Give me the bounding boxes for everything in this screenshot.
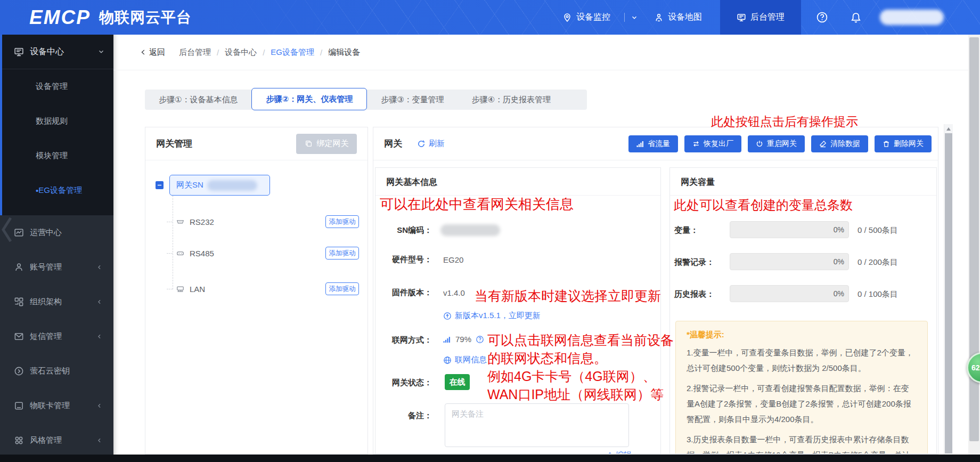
sidebar-item-style-management[interactable]: 风格管理 [0, 423, 113, 458]
bind-gateway-button[interactable]: 绑定网关 [296, 134, 357, 154]
sidebar-item-sms-management[interactable]: 短信管理 [0, 319, 113, 354]
firmware-update-link[interactable]: 新版本v1.5.1，立即更新 [443, 311, 541, 321]
nav-monitor-label: 设备监控 [576, 12, 610, 23]
edit-remark-link[interactable]: 编辑 [605, 450, 632, 454]
hw-label: 硬件型号： [378, 255, 432, 265]
scrollbar-thumb[interactable] [945, 133, 952, 453]
capacity-var-count: 0 / 500条目 [858, 225, 898, 236]
sidebar-item-device-center[interactable]: 设备中心 [2, 35, 113, 69]
nav-notifications[interactable] [850, 0, 862, 35]
nav-device-map[interactable]: 设备地图 [654, 0, 702, 35]
add-driver-button-rs232[interactable]: 添加驱动 [325, 215, 359, 228]
tab-step1-basic-info[interactable]: 步骤①：设备基本信息 [145, 90, 251, 110]
fw-value: v1.4.0 [443, 288, 465, 297]
bottom-window-edge [0, 455, 980, 462]
clear-data-button[interactable]: 清除数据 [811, 135, 868, 152]
brand-logo: EMCP 物联网云平台 [29, 0, 192, 35]
sn-value-redacted [440, 224, 500, 236]
chevron-left-icon [140, 49, 146, 55]
tree-root-gateway-sn[interactable]: 网关SN [169, 175, 270, 196]
gateway-tree-header: 网关管理 绑定网关 [145, 127, 368, 160]
breadcrumb-separator: / [217, 48, 219, 57]
capacity-report-label: 历史报表： [674, 289, 714, 299]
bell-icon [850, 12, 862, 23]
sidebar-item-module-management[interactable]: 模块管理 [2, 139, 113, 173]
refresh-label: 刷新 [429, 139, 445, 149]
net-info-link[interactable]: 联网信息 [443, 355, 487, 365]
main-content: 返回 后台管理 / 设备中心 / EG设备管理 / 编辑设备 步骤①：设备基本信… [113, 35, 980, 455]
factory-reset-button[interactable]: 恢复出厂 [684, 135, 741, 152]
tab-step2-gateway-meter[interactable]: 步骤②：网关、仪表管理 [251, 88, 367, 110]
badge-value: 62 [971, 363, 980, 372]
tree-node-rs485[interactable]: RS485 添加驱动 [167, 245, 359, 261]
button-label: 删除网关 [894, 139, 924, 149]
breadcrumb-eg-device[interactable]: EG设备管理 [271, 47, 314, 58]
nav-help[interactable] [816, 0, 828, 35]
remark-label: 备注： [378, 411, 432, 421]
capacity-alarm-count: 0 / 200条目 [858, 257, 898, 268]
sidebar-item-ys-cloud-key[interactable]: 萤石云密钥 [0, 354, 113, 388]
gateway-basic-info-box: 网关基本信息 SN编码： 硬件型号： EG20 固件版本： v1.4.0 新版本… [375, 167, 661, 454]
remark-textarea[interactable] [445, 403, 629, 447]
step-tabs: 步骤①：设备基本信息 步骤②：网关、仪表管理 步骤③：变量管理 步骤④：历史报表… [145, 90, 587, 110]
gateway-detail-panel: 网关 刷新 省流量 恢复出厂 重启网关 [373, 127, 938, 455]
capacity-alarm-label: 报警记录： [674, 257, 714, 268]
refresh-button[interactable]: 刷新 [417, 139, 445, 149]
online-status-badge: 在线 [445, 374, 470, 390]
breadcrumb-admin[interactable]: 后台管理 [179, 47, 211, 58]
location-pin-icon [562, 13, 572, 22]
tree-node-label: RS232 [190, 217, 214, 226]
chart-icon [14, 228, 24, 238]
nav-admin[interactable]: 后台管理 [720, 0, 801, 35]
tree-collapse-toggle[interactable] [156, 181, 164, 189]
warm-tip-title: *温馨提示: [687, 330, 917, 340]
net-signal-row: 79% [443, 335, 484, 344]
add-driver-button-rs485[interactable]: 添加驱动 [325, 247, 359, 260]
sidebar-item-operation-center[interactable]: 运营中心 [0, 215, 113, 250]
reboot-gateway-button[interactable]: 重启网关 [748, 135, 805, 152]
tab-step3-variables[interactable]: 步骤③：变量管理 [367, 90, 458, 110]
sn-label: SN编码： [378, 225, 432, 236]
sidebar-item-device-management[interactable]: 设备管理 [2, 69, 113, 104]
sidebar-collapse-handle[interactable] [0, 214, 14, 246]
signal-bars-icon [636, 140, 644, 148]
capacity-var-progressbar: 0% [730, 221, 849, 238]
back-button[interactable]: 返回 [140, 47, 165, 58]
person-icon [14, 262, 24, 272]
sidebar-item-org-structure[interactable]: 组织架构 [0, 285, 113, 319]
content-scrollbar [944, 124, 953, 455]
user-account-redacted[interactable] [880, 10, 944, 25]
tab-step4-history-report[interactable]: 步骤④：历史报表管理 [458, 90, 565, 110]
breadcrumb-device-center[interactable]: 设备中心 [225, 47, 257, 58]
status-label: 网关状态： [378, 378, 432, 388]
chevron-left-icon [96, 333, 103, 340]
globe-icon [443, 356, 452, 364]
save-data-button[interactable]: 省流量 [628, 135, 678, 152]
sidebar-label: 短信管理 [30, 331, 62, 342]
tree-node-rs232[interactable]: RS232 添加驱动 [167, 214, 359, 230]
breadcrumb: 返回 后台管理 / 设备中心 / EG设备管理 / 编辑设备 [113, 35, 980, 70]
scrollbar-up-button[interactable] [944, 124, 953, 133]
sidebar-item-eg-device-management[interactable]: • EG设备管理 [2, 173, 113, 208]
tree-root-label: 网关SN [176, 180, 203, 190]
sidebar-label: 设备中心 [30, 46, 64, 58]
power-icon [756, 140, 763, 148]
nav-admin-label: 后台管理 [750, 12, 785, 23]
question-circle-icon[interactable] [476, 335, 484, 344]
firmware-update-label: 新版本v1.5.1，立即更新 [455, 311, 541, 321]
sidebar-item-iot-card-management[interactable]: 物联卡管理 [0, 388, 113, 423]
sidebar-item-account-management[interactable]: 账号管理 [0, 250, 113, 285]
trash-icon [883, 140, 890, 148]
chevron-left-icon [96, 264, 103, 271]
top-navbar: EMCP 物联网云平台 设备监控 设备地图 后台管理 [0, 0, 980, 35]
sidebar-label: 模块管理 [36, 151, 68, 161]
eraser-icon [819, 140, 827, 148]
org-icon [14, 297, 24, 307]
nav-device-monitor[interactable]: 设备监控 [562, 0, 610, 35]
sidebar-item-data-rules[interactable]: 数据规则 [2, 104, 113, 139]
button-label: 恢复出厂 [704, 139, 733, 149]
tree-node-lan[interactable]: LAN 添加驱动 [167, 281, 359, 297]
nav-monitor-dropdown[interactable] [631, 0, 638, 35]
add-driver-button-lan[interactable]: 添加驱动 [325, 282, 359, 295]
delete-gateway-button[interactable]: 删除网关 [875, 135, 932, 152]
